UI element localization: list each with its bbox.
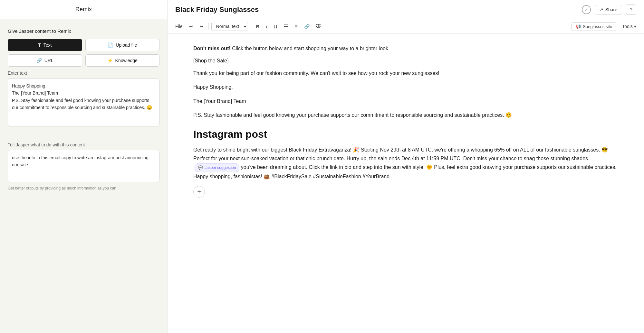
share-label: Share	[605, 7, 617, 12]
main-layout: Give Jasper content to Remix T Text 📄 Up…	[0, 19, 644, 333]
doc-title: Black Friday Sunglasses	[175, 5, 259, 14]
add-button[interactable]: +	[193, 186, 205, 198]
ps-paragraph: P.S. Stay fashionable and feel good know…	[193, 111, 618, 119]
text-label: Text	[43, 42, 52, 48]
divider	[8, 135, 159, 135]
link-icon: 🔗	[304, 24, 310, 29]
link-button[interactable]: 🔗	[302, 23, 312, 30]
text-area-input[interactable]: Happy Shopping, The [Your Brand] Team P.…	[8, 78, 159, 126]
redo-button[interactable]: ↪	[197, 23, 206, 30]
text-icon: T	[38, 42, 41, 48]
undo-button[interactable]: ↩	[187, 23, 196, 30]
help-icon: ?	[630, 7, 632, 12]
tools-label: Tools	[622, 24, 633, 29]
italic-icon: I	[266, 24, 267, 29]
sunglasses-site-label: Sunglasses site	[583, 24, 612, 29]
toolbar-right: 📢 Sunglasses site Tools ▾	[572, 22, 639, 31]
hint-text: Get better outputs by providing as much …	[8, 186, 159, 190]
tools-button[interactable]: Tools ▾	[620, 22, 639, 31]
knowledge-icon: ⚡	[107, 58, 113, 63]
top-header: Remix Black Friday Sunglasses ✓ ↗ Share …	[0, 0, 644, 19]
upload-icon: 📄	[108, 42, 113, 48]
give-jasper-label: Give Jasper content to Remix	[8, 28, 159, 34]
sunglasses-site-button[interactable]: 📢 Sunglasses site	[572, 22, 616, 31]
file-label: File	[175, 24, 183, 29]
share-icon: ↗	[600, 7, 603, 12]
doc-content: Don't miss out! Click the button below a…	[168, 34, 644, 333]
text-button[interactable]: T Text	[8, 39, 82, 51]
bullet-list-button[interactable]: ☰	[281, 22, 291, 31]
image-button[interactable]: 🖼	[313, 23, 323, 30]
chat-icon: 💬	[198, 164, 203, 171]
share-button[interactable]: ↗ Share	[595, 5, 622, 14]
knowledge-label: Knowledge	[115, 58, 138, 63]
bold-button[interactable]: B	[254, 23, 262, 31]
check-circle-icon: ✓	[582, 5, 591, 14]
upload-label: Upload file	[116, 42, 137, 48]
help-button[interactable]: ?	[626, 5, 636, 15]
underline-icon: U	[274, 24, 277, 29]
file-button[interactable]: File	[173, 23, 185, 30]
thank-you-paragraph: Thank you for being part of our fashion …	[193, 69, 618, 78]
url-label: URL	[44, 58, 53, 63]
redo-icon: ↪	[199, 24, 203, 29]
right-panel: File ↩ ↪ Normal text Heading 1 Heading 2…	[168, 19, 644, 333]
upload-file-button[interactable]: 📄 Upload file	[85, 39, 160, 51]
input-type-grid: T Text 📄 Upload file 🔗 URL ⚡ Knowledge	[8, 39, 159, 67]
doc-title-area: Black Friday Sunglasses	[168, 5, 582, 14]
undo-icon: ↩	[189, 24, 193, 29]
knowledge-button[interactable]: ⚡ Knowledge	[85, 54, 160, 67]
instagram-heading: Instagram post	[193, 128, 618, 140]
plus-icon: +	[197, 188, 201, 196]
tell-jasper-label: Tell Jasper what to do with this content	[8, 142, 159, 147]
italic-button[interactable]: I	[263, 23, 270, 31]
instagram-text: Get ready to shine bright with our bigge…	[193, 145, 618, 181]
left-panel: Give Jasper content to Remix T Text 📄 Up…	[0, 19, 168, 333]
bullet-list-icon: ☰	[284, 23, 288, 30]
megaphone-icon: 📢	[576, 24, 581, 29]
intro-paragraph: Don't miss out! Click the button below a…	[193, 44, 618, 53]
toolbar: File ↩ ↪ Normal text Heading 1 Heading 2…	[168, 19, 644, 34]
ordered-list-button[interactable]: ≡	[292, 22, 300, 31]
toolbar-divider	[208, 23, 209, 30]
suggestion-label: Jasper suggestion	[205, 164, 236, 171]
ordered-list-icon: ≡	[294, 23, 297, 29]
brand-team: The [Your Brand] Team	[193, 97, 618, 106]
image-icon: 🖼	[316, 24, 321, 29]
chevron-down-icon: ▾	[634, 24, 636, 29]
happy-shopping: Happy Shopping,	[193, 83, 618, 91]
toolbar-divider-2	[251, 23, 251, 30]
underline-button[interactable]: U	[271, 23, 280, 31]
instruction-area[interactable]: use the info in this email copy to write…	[8, 150, 159, 182]
shop-link[interactable]: [Shop the Sale]	[193, 58, 618, 64]
bold-icon: B	[256, 24, 260, 29]
link-icon: 🔗	[36, 58, 42, 63]
url-button[interactable]: 🔗 URL	[8, 54, 82, 67]
remix-title: Remix	[75, 6, 92, 13]
header-actions: ✓ ↗ Share ?	[582, 5, 644, 15]
remix-title-area: Remix	[0, 0, 168, 19]
enter-text-label: Enter text	[8, 70, 159, 76]
style-select[interactable]: Normal text Heading 1 Heading 2 Heading …	[211, 22, 248, 31]
jasper-suggestion-badge[interactable]: 💬 Jasper suggestion	[195, 163, 239, 172]
